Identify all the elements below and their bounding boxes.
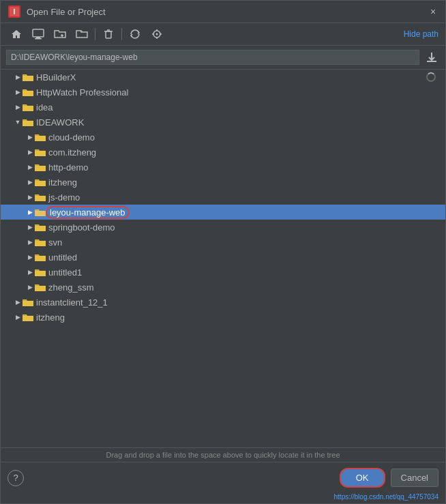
tree-arrow-itzheng-root xyxy=(13,312,23,322)
folder-icon-ideawork xyxy=(23,117,33,127)
tree-item-springboot-demo[interactable]: springboot-demo xyxy=(1,220,445,235)
tree-label-zheng-ssm: zheng_ssm xyxy=(48,282,93,293)
tree-label-idea: idea xyxy=(36,102,53,113)
tree-arrow-springboot-demo xyxy=(25,222,35,232)
tree-item-http-demo[interactable]: http-demo xyxy=(1,160,445,175)
tree-label-itzheng-root: itzheng xyxy=(36,312,65,323)
folder-icon-svn xyxy=(35,237,46,247)
close-button[interactable]: × xyxy=(428,6,438,17)
file-tree: HBuilderX HttpWatch Professional idea ID… xyxy=(1,70,445,447)
folder-icon-instantclient xyxy=(23,297,33,307)
tree-item-js-demo[interactable]: js-demo xyxy=(1,190,445,205)
tree-arrow-leyou-manage-web xyxy=(25,207,35,217)
folder-icon-springboot-demo xyxy=(35,222,46,232)
watermark: https://blog.csdn.net/qq_44757034 xyxy=(1,493,445,503)
app-icon: I xyxy=(8,5,21,18)
folder-icon-itzheng xyxy=(35,177,46,187)
tree-item-idea[interactable]: idea xyxy=(1,100,445,115)
tree-arrow-instantclient xyxy=(13,297,23,307)
svg-rect-5 xyxy=(35,38,42,40)
tree-item-itzheng-root[interactable]: itzheng xyxy=(1,310,445,325)
folder-icon-hbuilderx xyxy=(23,72,33,82)
tree-item-ideawork[interactable]: IDEAWORK xyxy=(1,115,445,130)
tree-item-instantclient[interactable]: instantclient_12_1 xyxy=(1,295,445,310)
tree-arrow-cloud-demo xyxy=(25,132,35,142)
folder-icon-httpwatch xyxy=(23,87,33,97)
bottom-bar: ? OK Cancel xyxy=(1,462,445,493)
tree-label-itzheng: itzheng xyxy=(48,177,77,188)
tree-label-leyou-manage-web: leyou-manage-web xyxy=(48,207,130,218)
tree-item-hbuilderx[interactable]: HBuilderX xyxy=(1,70,445,85)
svg-text:I: I xyxy=(14,8,16,16)
tree-label-hbuilderx: HBuilderX xyxy=(36,72,76,83)
path-bar xyxy=(1,46,445,70)
tree-label-untitled: untitled xyxy=(48,252,77,263)
tree-arrow-js-demo xyxy=(25,192,35,202)
drag-hint: Drag and drop a file into the space abov… xyxy=(1,447,445,462)
folder-icon-js-demo xyxy=(35,192,46,202)
svg-rect-9 xyxy=(106,31,111,38)
tree-item-zheng-ssm[interactable]: zheng_ssm xyxy=(1,280,445,295)
svg-rect-3 xyxy=(33,29,44,37)
dialog-title: Open File or Project xyxy=(27,7,422,17)
svg-rect-4 xyxy=(36,37,40,38)
tree-arrow-itzheng xyxy=(25,177,35,187)
refresh-button[interactable] xyxy=(126,27,144,42)
new-folder-button[interactable] xyxy=(51,27,69,42)
folder-icon-leyou-manage-web xyxy=(35,207,46,217)
folder-icon-untitled1 xyxy=(35,267,46,277)
tree-arrow-ideawork xyxy=(13,117,23,127)
tree-label-svn: svn xyxy=(48,237,62,248)
tree-item-leyou-manage-web[interactable]: leyou-manage-web xyxy=(1,205,445,220)
home-button[interactable] xyxy=(8,27,25,42)
toolbar: Hide path xyxy=(1,23,445,46)
bottom-actions: OK Cancel xyxy=(340,468,438,488)
tree-label-ideawork: IDEAWORK xyxy=(36,117,84,128)
hide-path-button[interactable]: Hide path xyxy=(404,29,438,39)
help-button[interactable]: ? xyxy=(8,470,24,486)
loading-indicator xyxy=(426,72,436,82)
tree-item-cloud-demo[interactable]: cloud-demo xyxy=(1,130,445,145)
folder-icon-com-itzheng xyxy=(35,147,46,157)
tree-label-js-demo: js-demo xyxy=(48,192,80,203)
tree-item-com-itzheng[interactable]: com.itzheng xyxy=(1,145,445,160)
path-input[interactable] xyxy=(6,50,419,65)
tree-label-untitled1: untitled1 xyxy=(48,267,82,278)
tree-item-itzheng[interactable]: itzheng xyxy=(1,175,445,190)
open-file-dialog: I Open File or Project × xyxy=(0,0,446,504)
tree-arrow-com-itzheng xyxy=(25,147,35,157)
tree-item-httpwatch[interactable]: HttpWatch Professional xyxy=(1,85,445,100)
folder-icon-untitled xyxy=(35,252,46,262)
tree-item-svn[interactable]: svn xyxy=(1,235,445,250)
title-bar: I Open File or Project × xyxy=(1,1,445,23)
path-action-button[interactable] xyxy=(423,49,440,65)
toolbar-sep2 xyxy=(121,28,122,40)
svg-point-12 xyxy=(156,33,158,35)
tree-arrow-untitled xyxy=(25,252,35,262)
tree-arrow-zheng-ssm xyxy=(25,282,35,292)
tree-label-instantclient: instantclient_12_1 xyxy=(36,297,108,308)
tree-arrow-idea xyxy=(13,102,23,112)
folder-icon-idea xyxy=(23,102,33,112)
delete-button[interactable] xyxy=(100,27,117,42)
tree-arrow-svn xyxy=(25,237,35,247)
tree-label-springboot-demo: springboot-demo xyxy=(48,222,115,233)
tree-arrow-http-demo xyxy=(25,162,35,172)
folder-icon-http-demo xyxy=(35,162,46,172)
tree-arrow-httpwatch xyxy=(13,87,23,97)
folder-icon-cloud-demo xyxy=(35,132,46,142)
desktop-button[interactable] xyxy=(29,27,47,42)
tree-item-untitled[interactable]: untitled xyxy=(1,250,445,265)
bookmark-button[interactable] xyxy=(148,27,166,42)
tree-label-cloud-demo: cloud-demo xyxy=(48,132,95,143)
folder-icon-zheng-ssm xyxy=(35,282,46,292)
tree-item-untitled1[interactable]: untitled1 xyxy=(1,265,445,280)
tree-arrow-untitled1 xyxy=(25,267,35,277)
tree-label-com-itzheng: com.itzheng xyxy=(48,147,96,158)
new-folder2-button[interactable] xyxy=(73,27,91,42)
folder-icon-itzheng-root xyxy=(23,312,33,322)
tree-label-http-demo: http-demo xyxy=(48,162,89,173)
tree-arrow-hbuilderx xyxy=(13,72,23,82)
cancel-button[interactable]: Cancel xyxy=(391,469,438,487)
ok-button[interactable]: OK xyxy=(340,468,385,488)
